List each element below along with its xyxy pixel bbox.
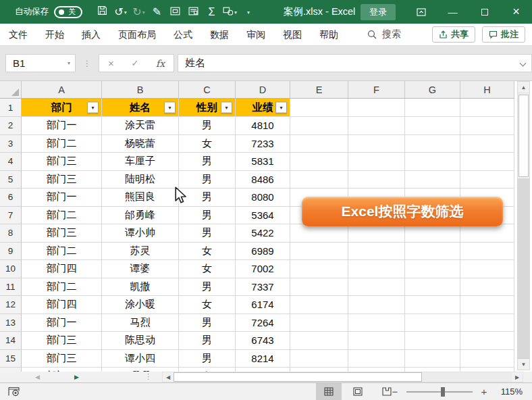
row-header-1[interactable]: 1 (0, 99, 22, 117)
cell[interactable]: 6989 (236, 243, 290, 261)
paste-window-icon[interactable] (184, 6, 203, 18)
cell[interactable] (460, 243, 514, 261)
cell[interactable]: 部门▾ (22, 99, 102, 117)
name-box[interactable]: B1 ▾ (5, 54, 76, 72)
tab-视图[interactable]: 视图 (274, 24, 311, 45)
cell[interactable]: 男 (179, 350, 236, 368)
cell[interactable]: 熊国良 (102, 189, 179, 207)
row-header-7[interactable]: 7 (0, 207, 22, 225)
cell[interactable]: 部门二 (22, 207, 102, 225)
shapes-icon[interactable]: ▾ (221, 6, 239, 18)
cell[interactable]: 男 (179, 332, 236, 350)
row-header-14[interactable]: 14 (0, 332, 22, 350)
cell[interactable] (290, 296, 348, 314)
sheet-next-icon[interactable]: ▶ (74, 374, 79, 380)
row-header-6[interactable]: 6 (0, 189, 22, 207)
cell[interactable]: 车厘子 (102, 153, 179, 171)
row-header-5[interactable]: 5 (0, 171, 22, 189)
cell[interactable] (405, 243, 460, 261)
cell[interactable]: 男 (179, 207, 236, 225)
cell[interactable]: 凯撒 (102, 278, 179, 297)
cell[interactable]: 陈思动 (102, 332, 179, 350)
row-header-12[interactable]: 12 (0, 296, 22, 314)
cell[interactable]: 女 (179, 243, 236, 261)
cell[interactable]: 6743 (236, 332, 290, 350)
undo-button[interactable]: ↺▾ (111, 5, 130, 18)
cell[interactable]: 性别▾ (179, 99, 236, 117)
cell[interactable] (290, 332, 348, 350)
tab-审阅[interactable]: 审阅 (238, 24, 274, 45)
cell[interactable] (405, 171, 460, 189)
column-header-A[interactable]: A (22, 81, 102, 98)
cell[interactable]: 业绩▾ (236, 99, 290, 117)
zoom-slider-thumb[interactable] (441, 387, 445, 397)
zoom-out-button[interactable]: − (389, 386, 401, 397)
filter-button[interactable]: ▾ (87, 102, 99, 114)
row-header-2[interactable]: 2 (0, 117, 22, 135)
table-icon[interactable] (166, 6, 184, 18)
cell[interactable] (405, 260, 460, 278)
cell[interactable] (405, 99, 460, 117)
cell[interactable] (348, 99, 405, 117)
search-box[interactable]: 搜索 (367, 28, 401, 41)
select-all-button[interactable] (0, 81, 22, 98)
cell[interactable]: 谭婆 (102, 260, 179, 278)
cell[interactable] (290, 117, 348, 135)
dropdown-icon[interactable]: ▾ (124, 9, 127, 16)
cell[interactable] (405, 117, 460, 135)
cell[interactable]: 7337 (236, 278, 290, 297)
cell[interactable] (460, 332, 514, 350)
maximize-button[interactable] (469, 0, 500, 24)
cell[interactable] (460, 171, 514, 189)
cell[interactable]: 部门一 (22, 189, 102, 207)
insert-function-button[interactable]: fx (156, 58, 165, 69)
cell[interactable]: 部门三 (22, 171, 102, 189)
normal-view-button[interactable] (316, 383, 342, 400)
cancel-icon[interactable]: × (108, 57, 114, 69)
cell[interactable]: 部门三 (22, 224, 102, 243)
tab-插入[interactable]: 插入 (73, 24, 109, 45)
column-header-E[interactable]: E (290, 81, 348, 98)
cell[interactable]: 部门三 (22, 332, 102, 350)
cell[interactable] (405, 314, 460, 332)
cell[interactable] (405, 332, 460, 350)
name-box-dropdown-icon[interactable]: ▾ (68, 60, 70, 66)
login-button[interactable]: 登录 (361, 4, 396, 20)
cell[interactable]: 7002 (236, 260, 290, 278)
customize-qat-icon[interactable]: ▾ (239, 6, 257, 18)
cell[interactable]: 女 (179, 260, 236, 278)
column-header-C[interactable]: C (179, 81, 236, 98)
cell[interactable] (405, 153, 460, 171)
column-header-G[interactable]: G (405, 81, 460, 98)
cell[interactable] (460, 117, 514, 135)
column-header-B[interactable]: B (102, 81, 179, 98)
page-layout-view-button[interactable] (345, 383, 371, 400)
share-button[interactable]: 共享 (432, 26, 475, 43)
column-header-H[interactable]: H (460, 81, 514, 98)
cell[interactable] (460, 224, 514, 243)
column-header-F[interactable]: F (348, 81, 405, 98)
cell[interactable] (348, 314, 405, 332)
cell[interactable] (290, 135, 348, 153)
cell[interactable] (290, 278, 348, 297)
cell[interactable] (405, 224, 460, 243)
horizontal-scroll-thumb[interactable] (174, 372, 422, 382)
cell[interactable]: 部门一 (22, 314, 102, 332)
row-header-11[interactable]: 11 (0, 278, 22, 297)
tab-页面布局[interactable]: 页面布局 (109, 24, 165, 45)
cell[interactable]: 男 (179, 117, 236, 135)
comments-button[interactable]: 批注 (482, 26, 525, 43)
tab-文件[interactable]: 文件 (0, 24, 36, 45)
cell[interactable] (460, 135, 514, 153)
cell[interactable]: 8080 (236, 189, 290, 207)
cell[interactable]: 苏灵 (102, 243, 179, 261)
filter-button[interactable]: ▾ (221, 102, 232, 114)
cell[interactable] (405, 278, 460, 297)
cell[interactable] (348, 135, 405, 153)
cell[interactable] (348, 332, 405, 350)
autosave-toggle[interactable]: 关 (54, 6, 82, 18)
cell[interactable] (348, 243, 405, 261)
cell[interactable] (348, 260, 405, 278)
cell[interactable]: 女 (179, 296, 236, 314)
cell[interactable] (290, 99, 348, 117)
